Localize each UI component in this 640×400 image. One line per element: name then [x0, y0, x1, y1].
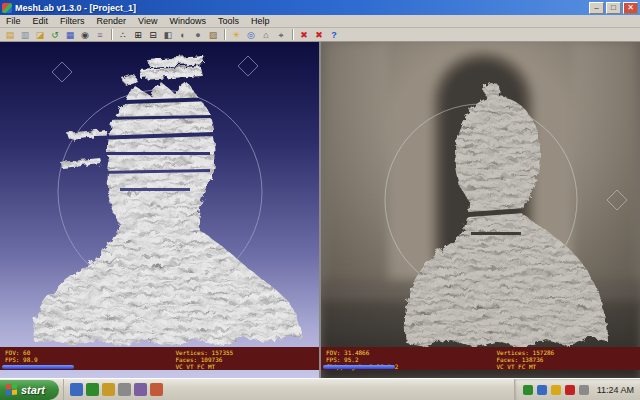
- start-button[interactable]: start: [0, 380, 59, 400]
- save-project-icon[interactable]: ▥: [18, 28, 32, 41]
- quick-launch: [63, 379, 169, 400]
- menu-tools[interactable]: Tools: [212, 15, 245, 28]
- menu-filters[interactable]: Filters: [54, 15, 91, 28]
- toolbar-separator: [224, 29, 225, 40]
- tray-security-icon[interactable]: [565, 385, 575, 395]
- wireframe-mode-icon[interactable]: ⊞: [131, 28, 145, 41]
- flat-lines-icon[interactable]: ◧: [161, 28, 175, 41]
- window-title: MeshLab v1.3.0 - [Project_1]: [15, 3, 589, 13]
- smooth-shade-icon[interactable]: ●: [191, 28, 205, 41]
- open-project-icon[interactable]: ▤: [3, 28, 17, 41]
- faces-readout: Faces: 109736: [175, 356, 233, 363]
- vertices-readout: Vertices: 157355: [175, 349, 233, 356]
- faces-readout: Faces: 138736: [496, 356, 554, 363]
- delete-mesh-icon[interactable]: ✖: [297, 28, 311, 41]
- quicklaunch-mail-icon[interactable]: [134, 383, 147, 396]
- viewport-right[interactable]: FOV: 31.4866 FPS: 95.2 Clipping R: 2.37 …: [321, 42, 640, 378]
- title-bar: MeshLab v1.3.0 - [Project_1] – □ ✕: [0, 0, 640, 15]
- home-view-icon[interactable]: ⌂: [259, 28, 273, 41]
- trackball-icon[interactable]: ◎: [244, 28, 258, 41]
- tray-volume-icon[interactable]: [579, 385, 589, 395]
- hidden-lines-icon[interactable]: ⊟: [146, 28, 160, 41]
- close-button[interactable]: ✕: [623, 2, 638, 14]
- menu-bar: File Edit Filters Render View Windows To…: [0, 15, 640, 28]
- progress-bar: [323, 365, 395, 369]
- help-icon[interactable]: ?: [327, 28, 341, 41]
- menu-edit[interactable]: Edit: [27, 15, 55, 28]
- layers-icon[interactable]: ≡: [93, 28, 107, 41]
- status-pane-right: FOV: 31.4866 FPS: 95.2 Clipping R: 2.37 …: [321, 347, 640, 370]
- taskbar-empty-area: [169, 379, 514, 400]
- menu-view[interactable]: View: [132, 15, 163, 28]
- points-mode-icon[interactable]: ∴: [116, 28, 130, 41]
- quicklaunch-folder-icon[interactable]: [102, 383, 115, 396]
- delete-raster-icon[interactable]: ✖: [312, 28, 326, 41]
- taskbar-clock[interactable]: 11:24 AM: [593, 385, 634, 395]
- fov-readout: FOV: 31.4866: [326, 349, 398, 356]
- status-pane-left: FOV: 60 FPS: 98.9 Vertices: 157355 Faces…: [0, 347, 319, 370]
- system-tray: 11:24 AM: [514, 379, 640, 400]
- maximize-button[interactable]: □: [606, 2, 621, 14]
- windows-logo-icon: [6, 383, 17, 395]
- zoom-fit-icon[interactable]: ⌖: [274, 28, 288, 41]
- viewport-left[interactable]: FOV: 60 FPS: 98.9 Vertices: 157355 Faces…: [0, 42, 319, 378]
- toolbar-separator: [111, 29, 112, 40]
- fps-readout: FPS: 98.9: [5, 356, 38, 363]
- menu-file[interactable]: File: [0, 15, 27, 28]
- quicklaunch-media-icon[interactable]: [118, 383, 131, 396]
- tray-antivirus-icon[interactable]: [523, 385, 533, 395]
- save-mesh-icon[interactable]: ▦: [63, 28, 77, 41]
- viewport-area: FOV: 60 FPS: 98.9 Vertices: 157355 Faces…: [0, 42, 640, 378]
- mesh-flags: VC VT FC MT: [496, 363, 554, 370]
- mesh-render-left: [0, 42, 319, 378]
- mesh-render-right: [321, 42, 640, 378]
- fov-readout: FOV: 60: [5, 349, 38, 356]
- main-toolbar: ▤ ▥ ◪ ↺ ▦ ◉ ≡ ∴ ⊞ ⊟ ◧ ◐ ● ▨ ☀ ◎ ⌂ ⌖ ✖ ✖ …: [0, 28, 640, 42]
- flat-shade-icon[interactable]: ◐: [176, 28, 190, 41]
- progress-bar: [2, 365, 74, 369]
- snapshot-icon[interactable]: ◉: [78, 28, 92, 41]
- mesh-flags: VC VT FC MT: [175, 363, 233, 370]
- bust-mesh-left: [32, 54, 301, 345]
- tray-network-icon[interactable]: [537, 385, 547, 395]
- minimize-button[interactable]: –: [589, 2, 604, 14]
- quicklaunch-browser-icon[interactable]: [70, 383, 83, 396]
- tray-update-icon[interactable]: [551, 385, 561, 395]
- start-label: start: [21, 384, 45, 396]
- menu-render[interactable]: Render: [91, 15, 133, 28]
- open-mesh-icon[interactable]: ◪: [33, 28, 47, 41]
- menu-help[interactable]: Help: [245, 15, 276, 28]
- app-icon: [2, 3, 12, 13]
- windows-taskbar: start 11:24 AM: [0, 378, 640, 400]
- fps-readout: FPS: 95.2: [326, 356, 398, 363]
- toolbar-separator: [292, 29, 293, 40]
- quicklaunch-app-icon[interactable]: [150, 383, 163, 396]
- vertices-readout: Vertices: 157286: [496, 349, 554, 356]
- light-toggle-icon[interactable]: ☀: [229, 28, 243, 41]
- menu-windows[interactable]: Windows: [163, 15, 212, 28]
- quicklaunch-desktop-icon[interactable]: [86, 383, 99, 396]
- texture-mode-icon[interactable]: ▨: [206, 28, 220, 41]
- reload-mesh-icon[interactable]: ↺: [48, 28, 62, 41]
